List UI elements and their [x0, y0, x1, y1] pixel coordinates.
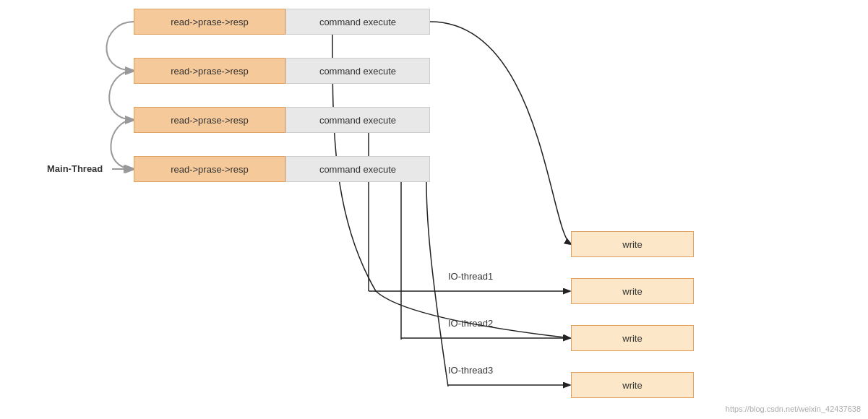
cmd-bar-4: command execute	[285, 156, 430, 182]
cmd-bar-2: command execute	[285, 58, 430, 84]
thread-row-4: read->prase->resp command execute	[134, 156, 430, 182]
read-bar-1: read->prase->resp	[134, 9, 285, 35]
io-thread3-label: IO-thread3	[448, 365, 493, 376]
thread-row-3: read->prase->resp command execute	[134, 107, 430, 133]
io-thread1-label: IO-thread1	[448, 271, 493, 282]
write-box-4: write	[571, 372, 694, 398]
thread-row-1: read->prase->resp command execute	[134, 9, 430, 35]
write-box-3: write	[571, 325, 694, 351]
write-box-2: write	[571, 278, 694, 304]
read-bar-4: read->prase->resp	[134, 156, 285, 182]
cmd-bar-3: command execute	[285, 107, 430, 133]
io-thread2-label: IO-thread2	[448, 318, 493, 329]
cmd-bar-1: command execute	[285, 9, 430, 35]
main-thread-label: Main-Thread	[47, 163, 103, 174]
thread-row-2: read->prase->resp command execute	[134, 58, 430, 84]
write-box-1: write	[571, 231, 694, 257]
watermark: https://blog.csdn.net/weixin_42437638	[726, 405, 861, 413]
read-bar-3: read->prase->resp	[134, 107, 285, 133]
read-bar-2: read->prase->resp	[134, 58, 285, 84]
diagram: read->prase->resp command execute read->…	[0, 0, 868, 419]
